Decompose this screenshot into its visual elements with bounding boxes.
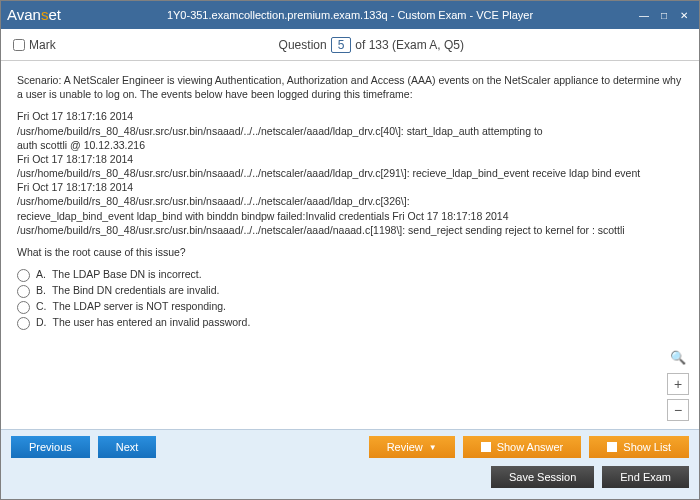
option-c[interactable]: C.The LDAP server is NOT responding.: [17, 299, 683, 314]
logo: Avanset: [7, 6, 61, 24]
next-button[interactable]: Next: [98, 436, 157, 458]
window-title: 1Y0-351.examcollection.premium.exam.133q…: [167, 9, 533, 21]
show-answer-button[interactable]: Show Answer: [463, 436, 582, 458]
footer-bar: Previous Next Review▼ Show Answer Show L…: [1, 429, 699, 499]
question-total: of 133 (Exam A, Q5): [355, 38, 464, 52]
title-bar: Avanset 1Y0-351.examcollection.premium.e…: [1, 1, 699, 29]
option-a-radio[interactable]: [17, 269, 30, 282]
option-a[interactable]: A.The LDAP Base DN is incorrect.: [17, 267, 683, 282]
checkbox-icon: [607, 442, 617, 452]
end-exam-button[interactable]: End Exam: [602, 466, 689, 488]
zoom-controls: 🔍 + −: [667, 347, 689, 421]
question-text: What is the root cause of this issue?: [17, 245, 683, 259]
previous-button[interactable]: Previous: [11, 436, 90, 458]
zoom-out-button[interactable]: −: [667, 399, 689, 421]
scenario-text: Scenario: A NetScaler Engineer is viewin…: [17, 73, 683, 101]
window-controls: — □ ✕: [635, 8, 693, 22]
save-session-button[interactable]: Save Session: [491, 466, 594, 488]
show-list-button[interactable]: Show List: [589, 436, 689, 458]
option-d-radio[interactable]: [17, 317, 30, 330]
review-button[interactable]: Review▼: [369, 436, 455, 458]
question-header: Mark Question 5 of 133 (Exam A, Q5): [1, 29, 699, 61]
mark-checkbox[interactable]: Mark: [13, 38, 56, 52]
mark-label: Mark: [29, 38, 56, 52]
option-b[interactable]: B.The Bind DN credentials are invalid.: [17, 283, 683, 298]
question-label: Question: [279, 38, 327, 52]
log-text: Fri Oct 17 18:17:16 2014 /usr/home/build…: [17, 109, 683, 237]
question-body: Scenario: A NetScaler Engineer is viewin…: [1, 61, 699, 429]
mark-input[interactable]: [13, 39, 25, 51]
options-list: A.The LDAP Base DN is incorrect. B.The B…: [17, 267, 683, 330]
minimize-icon[interactable]: —: [635, 8, 653, 22]
checkbox-icon: [481, 442, 491, 452]
zoom-in-button[interactable]: +: [667, 373, 689, 395]
question-counter: Question 5 of 133 (Exam A, Q5): [279, 37, 464, 53]
close-icon[interactable]: ✕: [675, 8, 693, 22]
question-number: 5: [331, 37, 352, 53]
option-b-radio[interactable]: [17, 285, 30, 298]
maximize-icon[interactable]: □: [655, 8, 673, 22]
option-d[interactable]: D.The user has entered an invalid passwo…: [17, 315, 683, 330]
magnifier-icon[interactable]: 🔍: [667, 347, 689, 369]
option-c-radio[interactable]: [17, 301, 30, 314]
